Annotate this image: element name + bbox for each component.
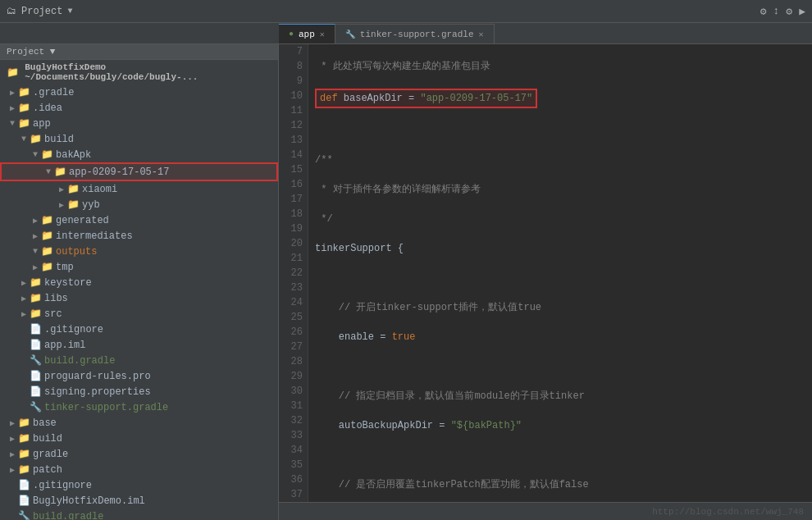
project-root-icon: 📁 [7, 66, 19, 79]
code-line-19: autoBackupApkDir = "${bakPath}" [315, 418, 805, 433]
sidebar-header: Project ▼ [0, 44, 278, 60]
arrow-icon: ▶ [7, 88, 18, 98]
item-label: proguard-rules.pro [44, 371, 151, 382]
tree-item-highlighted[interactable]: ▼ 📁 app-0209-17-05-17 [0, 162, 278, 181]
folder-icon: 📁 [18, 117, 30, 130]
folder-icon: 📁 [18, 86, 30, 98]
file-icon: 📄 [30, 385, 42, 398]
folder-icon: 📁 [67, 198, 80, 211]
tree-item[interactable]: ▼ 📁 app [0, 116, 278, 131]
tree-item[interactable]: ▶ 📁 build [0, 431, 278, 446]
run-icon[interactable]: ▶ [799, 5, 805, 18]
tab-app-close[interactable]: ✕ [320, 30, 325, 39]
project-icon: 🗂 [7, 5, 16, 17]
tree-item[interactable]: 📄 .gitignore [0, 477, 278, 493]
item-label: tmp [56, 262, 74, 273]
item-label: build.gradle [44, 355, 115, 367]
folder-icon: 📁 [30, 292, 42, 304]
folder-icon: 📁 [18, 102, 30, 114]
code-lines: * 此处填写每次构建生成的基准包目录 def baseApkDir = "app… [308, 44, 812, 502]
code-line-13: tinkerSupport { [315, 241, 805, 256]
tab-tinker[interactable]: 🔧 tinker-support.gradle ✕ [335, 24, 495, 43]
tree-item[interactable]: 📄 signing.properties [0, 384, 278, 399]
item-label: base [33, 417, 57, 429]
code-content[interactable]: 7 8 9 10 11 12 13 14 15 16 17 18 19 20 2… [279, 44, 812, 502]
file-icon: 📄 [18, 495, 30, 507]
sidebar-header-label: Project ▼ [7, 47, 55, 57]
arrow-icon [18, 372, 30, 381]
arrow-icon: ▶ [56, 200, 67, 210]
item-label: app-0209-17-05-17 [69, 166, 169, 178]
item-label: signing.properties [44, 386, 151, 398]
tab-app[interactable]: ● app ✕ [279, 24, 335, 43]
folder-icon: 📁 [30, 308, 42, 320]
file-icon: 📄 [30, 370, 42, 382]
code-line-16: enable = true [315, 330, 805, 344]
tree-item[interactable]: ▶ 📁 keystore [0, 275, 278, 290]
tree-item[interactable]: ▶ 📁 intermediates [0, 228, 278, 244]
item-label: .idea [33, 103, 62, 114]
tree-item[interactable]: ▶ 📁 gradle [0, 446, 278, 462]
tree-item-tinker[interactable]: 🔧 tinker-support.gradle [0, 399, 278, 415]
code-line-17 [315, 359, 805, 374]
item-label: tinker-support.gradle [44, 402, 168, 413]
folder-icon: 📁 [67, 183, 80, 195]
folder-icon: 📁 [18, 448, 30, 460]
tree-item[interactable]: 📄 app.iml [0, 337, 278, 353]
tree-item[interactable]: 📄 .gitignore [0, 322, 278, 337]
item-label: build [33, 433, 62, 445]
file-icon: 📄 [30, 339, 42, 351]
tree-item[interactable]: ▶ 📁 .idea [0, 100, 278, 116]
sidebar: Project ▼ 📁 BuglyHotfixDemo ~/Documents/… [0, 44, 279, 520]
sync-icon[interactable]: ↕ [773, 5, 780, 18]
tab-tinker-close[interactable]: ✕ [478, 30, 483, 39]
arrow-icon: ▼ [30, 247, 41, 256]
tree-item[interactable]: ▼ 📁 build [0, 131, 278, 147]
tree-item-patch[interactable]: ▶ 📁 patch [0, 462, 278, 477]
tree-item[interactable]: ▶ 📁 libs [0, 290, 278, 306]
item-label: build [44, 134, 74, 145]
code-line-18: // 指定归档目录，默认值当前module的子目录tinker [315, 389, 805, 404]
code-line-15: // 开启tinker-support插件，默认值true [315, 300, 805, 315]
folder-icon: 📁 [30, 133, 42, 145]
code-area: 7 8 9 10 11 12 13 14 15 16 17 18 19 20 2… [279, 44, 812, 520]
gear-icon[interactable]: ⚙ [760, 5, 767, 18]
dropdown-arrow[interactable]: ▼ [67, 7, 72, 16]
folder-icon: 📁 [54, 166, 66, 178]
tree-item[interactable]: 🔧 build.gradle [0, 509, 278, 520]
file-icon: 🔧 [30, 354, 42, 367]
tree-item[interactable]: ▶ 📁 src [0, 306, 278, 322]
arrow-icon: ▶ [7, 418, 18, 428]
settings-icon[interactable]: ⚙ [786, 5, 792, 18]
folder-icon: 📁 [41, 148, 53, 161]
line-numbers: 7 8 9 10 11 12 13 14 15 16 17 18 19 20 2… [279, 44, 308, 502]
arrow-icon [18, 356, 30, 365]
arrow-icon: ▶ [30, 231, 41, 241]
tree-item[interactable]: 📄 proguard-rules.pro [0, 368, 278, 384]
code-line-11: * 对于插件各参数的详细解析请参考 [315, 182, 805, 197]
tree-item[interactable]: 📄 BuglyHotfixDemo.iml [0, 493, 278, 509]
tree-item-bakapk[interactable]: ▼ 📁 bakApk [0, 147, 278, 162]
item-label: yyb [82, 199, 100, 211]
title-bar-left: 🗂 Project ▼ [7, 5, 72, 17]
tree-item[interactable]: ▶ 📁 generated [0, 212, 278, 228]
tree-item-outputs[interactable]: ▼ 📁 outputs [0, 244, 278, 259]
title-bar: 🗂 Project ▼ ⚙ ↕ ⚙ ▶ [0, 0, 812, 23]
tree-item[interactable]: ▶ 📁 base [0, 415, 278, 431]
item-label: generated [56, 215, 109, 226]
folder-icon: 📁 [18, 417, 30, 429]
tree-item[interactable]: ▶ 📁 yyb [0, 197, 278, 212]
tabs-bar: ● app ✕ 🔧 tinker-support.gradle ✕ [0, 23, 812, 44]
code-line-20 [315, 448, 805, 463]
tab-app-icon: ● [289, 30, 294, 39]
item-label: .gradle [33, 87, 74, 98]
tree-item[interactable]: ▶ 📁 .gradle [0, 84, 278, 100]
tree-item[interactable]: ▶ 📁 tmp [0, 259, 278, 275]
arrow-icon: ▶ [7, 465, 18, 475]
tree-item[interactable]: 🔧 build.gradle [0, 353, 278, 368]
item-label: .gitignore [44, 324, 103, 335]
tab-tinker-label: tinker-support.gradle [360, 30, 474, 39]
arrow-icon [7, 496, 18, 505]
arrow-icon: ▶ [30, 262, 41, 272]
tree-item[interactable]: ▶ 📁 xiaomi [0, 181, 278, 197]
